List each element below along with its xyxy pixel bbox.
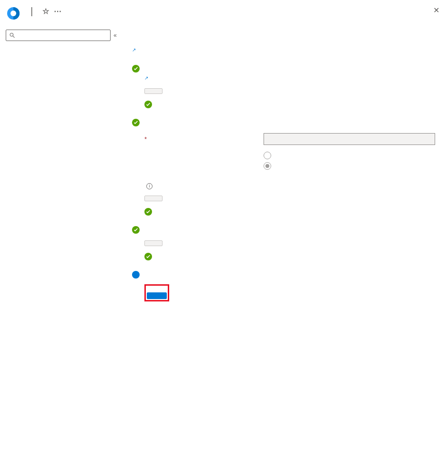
name-input xyxy=(264,133,435,145)
search-icon xyxy=(9,32,15,39)
tier-standard-radio xyxy=(264,152,275,159)
info-icon[interactable]: i xyxy=(146,183,153,189)
grant-button[interactable] xyxy=(147,292,167,299)
tier-premium-radio xyxy=(264,162,275,170)
step-enable-identity xyxy=(132,226,438,260)
learn-more-link[interactable] xyxy=(132,46,136,53)
sidebar: « xyxy=(0,26,122,474)
frontdoor-icon xyxy=(6,6,21,21)
check-icon xyxy=(144,208,152,216)
intro-text xyxy=(132,36,438,54)
check-icon xyxy=(132,119,140,126)
step-validate xyxy=(132,65,438,108)
step-number-badge xyxy=(132,271,140,279)
favorite-star-icon[interactable]: ☆ xyxy=(42,7,49,16)
collapse-sidebar-icon[interactable]: « xyxy=(113,32,117,39)
enable-button xyxy=(144,240,163,246)
check-icon xyxy=(144,101,152,108)
step1-learn-more[interactable] xyxy=(144,74,148,81)
tier-label xyxy=(144,152,264,154)
check-icon xyxy=(144,253,152,260)
sidebar-search[interactable] xyxy=(6,30,111,41)
search-input[interactable] xyxy=(15,32,107,39)
step-prepare: * xyxy=(132,119,438,216)
main-content: * xyxy=(122,26,448,474)
close-button[interactable]: ✕ xyxy=(433,6,439,15)
page-header: | ☆ ⋯ ✕ xyxy=(0,0,448,26)
prepare-button xyxy=(144,196,163,201)
check-icon xyxy=(132,65,140,72)
more-menu-icon[interactable]: ⋯ xyxy=(54,7,62,16)
validate-button xyxy=(144,88,163,94)
check-icon xyxy=(132,226,140,234)
step-grant xyxy=(132,271,438,301)
highlight-callout xyxy=(144,284,169,301)
